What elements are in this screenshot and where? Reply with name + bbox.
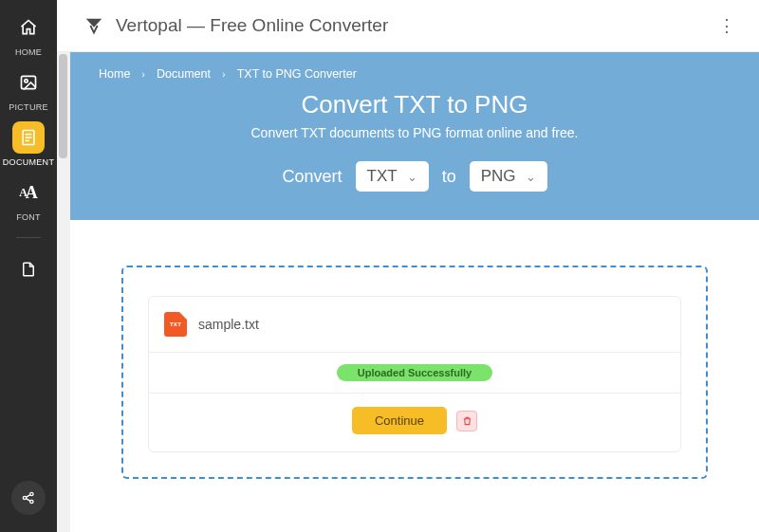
share-icon [21,490,36,505]
sidebar-item-file[interactable] [5,253,52,285]
home-icon [12,11,45,44]
main-area: Vertopal — Free Online Converter ⋮ Home … [57,0,759,532]
file-type-icon: TXT [164,312,187,337]
sidebar-item-label: DOCUMENT [3,157,54,167]
more-vertical-icon: ⋮ [718,15,735,36]
chevron-right-icon: › [222,68,226,80]
file-name: sample.txt [198,317,259,332]
scrollbar-thumb[interactable] [59,54,67,158]
trash-icon [462,415,472,427]
sidebar-separator [16,237,41,238]
picture-icon [12,66,45,99]
font-icon: AA [12,176,45,209]
file-card: TXT sample.txt Uploaded Successfully Con… [148,296,681,452]
dropzone[interactable]: TXT sample.txt Uploaded Successfully Con… [121,266,708,479]
status-row: Uploaded Successfully [149,353,680,393]
sidebar: HOME PICTURE DOCUMENT AA FONT [0,0,57,532]
sidebar-item-label: HOME [15,47,42,57]
file-row: TXT sample.txt [149,297,680,352]
action-row: Continue [149,394,680,451]
sidebar-item-picture[interactable]: PICTURE [5,66,52,112]
breadcrumb-item[interactable]: TXT to PNG Converter [237,67,357,81]
sidebar-item-label: FONT [16,212,41,222]
from-format-value: TXT [367,167,398,186]
menu-button[interactable]: ⋮ [713,12,740,39]
delete-button[interactable] [456,411,477,431]
status-badge: Uploaded Successfully [337,364,492,381]
breadcrumb: Home › Document › TXT to PNG Converter [99,67,731,81]
scroll-area: Home › Document › TXT to PNG Converter C… [57,52,759,532]
chevron-down-icon: ⌄ [526,170,536,184]
document-icon [12,121,45,154]
scrollbar[interactable] [57,52,70,532]
svg-point-1 [25,80,28,83]
sidebar-item-home[interactable]: HOME [5,11,52,57]
page-title: Convert TXT to PNG [99,90,731,119]
chevron-right-icon: › [141,68,145,80]
continue-button[interactable]: Continue [352,407,447,434]
sidebar-item-document[interactable]: DOCUMENT [5,121,52,167]
logo-icon [83,15,104,36]
hero: Home › Document › TXT to PNG Converter C… [70,52,759,220]
convert-label: Convert [283,167,342,187]
body-area: TXT sample.txt Uploaded Successfully Con… [70,220,759,524]
svg-line-9 [26,495,30,498]
to-format-select[interactable]: PNG ⌄ [470,161,547,192]
share-button[interactable] [11,481,46,515]
content: Home › Document › TXT to PNG Converter C… [70,52,759,532]
convert-row: Convert TXT ⌄ to PNG ⌄ [99,161,731,192]
to-label: to [442,167,456,187]
sidebar-item-label: PICTURE [9,102,48,112]
breadcrumb-item[interactable]: Document [157,67,211,81]
chevron-down-icon: ⌄ [407,170,417,184]
svg-rect-0 [22,76,36,88]
from-format-select[interactable]: TXT ⌄ [356,161,429,192]
breadcrumb-item[interactable]: Home [99,67,130,81]
file-icon [12,253,45,285]
header: Vertopal — Free Online Converter ⋮ [57,0,759,52]
file-badge: TXT [170,321,181,327]
page-subtitle: Convert TXT documents to PNG format onli… [99,125,731,140]
to-format-value: PNG [481,167,516,186]
app-title: Vertopal — Free Online Converter [116,15,388,36]
svg-line-10 [26,499,30,502]
sidebar-item-font[interactable]: AA FONT [5,176,52,222]
